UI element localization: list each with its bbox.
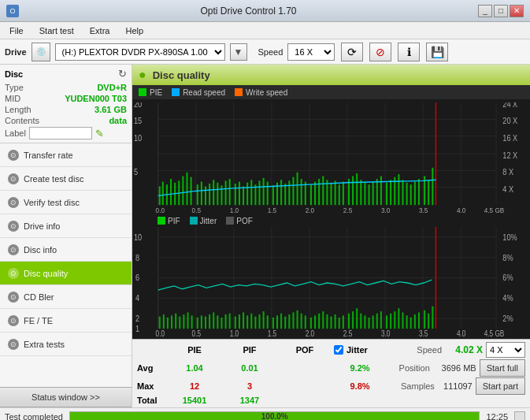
menu-start-test[interactable]: Start test	[33, 24, 80, 37]
disc-refresh-icon[interactable]: ↻	[118, 68, 127, 80]
chart-legend: PIE Read speed Write speed	[132, 85, 530, 99]
svg-rect-126	[183, 314, 184, 329]
status-window-button[interactable]: Status window >>	[0, 387, 132, 407]
svg-rect-20	[170, 179, 172, 205]
svg-rect-39	[250, 180, 252, 205]
sidebar-item-fe-te[interactable]: ⊙ FE / TE	[0, 309, 132, 333]
save-button[interactable]: 💾	[426, 43, 448, 61]
svg-rect-48	[288, 180, 290, 205]
svg-rect-179	[406, 315, 408, 329]
svg-rect-51	[301, 179, 302, 205]
legend-pof-color	[226, 217, 234, 225]
jitter-checkbox[interactable]	[334, 345, 343, 355]
stat-avg-pif: 0.01	[222, 363, 277, 373]
speed-right-label: Speed	[417, 345, 452, 355]
refresh-button[interactable]: ⟳	[341, 43, 363, 61]
speed-right-select[interactable]: 4 X	[486, 342, 525, 358]
menu-help[interactable]: Help	[119, 24, 150, 37]
disc-quality-title: Disc quality	[153, 69, 210, 81]
sidebar-item-verify-test-disc[interactable]: ⊙ Verify test disc	[0, 191, 132, 214]
disc-quality-header: ● Disc quality	[132, 65, 530, 85]
drive-eject-icon[interactable]: 💿	[32, 43, 50, 61]
svg-rect-182	[418, 312, 420, 329]
svg-text:0.0: 0.0	[156, 330, 165, 339]
svg-rect-136	[225, 314, 227, 329]
svg-rect-38	[246, 183, 248, 205]
svg-rect-26	[197, 184, 198, 205]
svg-text:4.5 GB: 4.5 GB	[484, 330, 504, 339]
nav-label-fe-te: FE / TE	[24, 316, 53, 325]
svg-text:0.0: 0.0	[156, 206, 165, 214]
svg-rect-69	[376, 179, 378, 205]
stats-header: PIE PIF POF Jitter Speed 4.02 X 4 X	[137, 342, 525, 358]
drive-select[interactable]: (H:) PLEXTOR DVDR PX-890SA 1.00	[55, 43, 225, 61]
svg-text:0.5: 0.5	[192, 206, 201, 214]
speed-select[interactable]: 16 X	[287, 43, 335, 61]
chart2-legend: PIF Jitter POF	[134, 214, 528, 227]
start-part-button[interactable]: Start part	[476, 377, 525, 395]
svg-text:12 X: 12 X	[502, 151, 517, 160]
svg-rect-75	[402, 180, 403, 205]
svg-rect-123	[171, 315, 172, 329]
close-button[interactable]: ✕	[510, 5, 524, 17]
minimize-button[interactable]: _	[478, 5, 492, 17]
stats-max-row: Max 12 3 9.8% Samples 111097 Start part	[137, 377, 525, 395]
start-full-button[interactable]: Start full	[480, 359, 525, 377]
svg-rect-47	[284, 184, 286, 205]
sidebar-item-cd-bler[interactable]: ⊙ CD Bler	[0, 285, 132, 309]
svg-rect-68	[372, 182, 374, 206]
chart-pif-container: 10% 8% 6% 4% 2% 10 8 6 4 2 1 0.0 0.5 1.0	[134, 227, 528, 339]
stat-header-jitter-label: Jitter	[347, 345, 368, 355]
svg-rect-65	[360, 180, 361, 205]
svg-rect-124	[175, 314, 176, 329]
stats-total-row: Total 15401 1347	[137, 396, 525, 405]
sidebar-item-extra-tests[interactable]: ⊙ Extra tests	[0, 333, 132, 356]
svg-rect-43	[267, 182, 269, 206]
stat-total-pif: 1347	[222, 396, 277, 405]
svg-text:2.0: 2.0	[306, 206, 314, 214]
menu-extra[interactable]: Extra	[83, 24, 117, 37]
legend-pie-label: PIE	[150, 88, 162, 97]
stats-samples-row: Samples 111097 Start part	[401, 377, 525, 395]
svg-rect-27	[201, 182, 202, 206]
sidebar-item-disc-quality[interactable]: ⊙ Disc quality	[0, 262, 132, 285]
svg-rect-184	[428, 314, 429, 329]
sidebar-item-create-test-disc[interactable]: ⊙ Create test disc	[0, 167, 132, 191]
erase-button[interactable]: ⊘	[369, 43, 391, 61]
sidebar-item-transfer-rate[interactable]: ⊙ Transfer rate	[0, 143, 132, 167]
legend-pie-color	[139, 88, 146, 96]
disc-info-icon-btn[interactable]: ℹ	[398, 43, 420, 61]
svg-rect-60	[339, 184, 340, 205]
nav-label-disc-info: Disc info	[24, 245, 57, 255]
disc-label-input[interactable]	[29, 127, 92, 139]
svg-rect-138	[235, 317, 236, 329]
sidebar-item-drive-info[interactable]: ⊙ Drive info	[0, 214, 132, 238]
svg-rect-181	[414, 314, 416, 329]
svg-rect-145	[263, 311, 265, 329]
svg-rect-172	[376, 314, 378, 329]
drive-bar: Drive 💿 (H:) PLEXTOR DVDR PX-890SA 1.00 …	[0, 39, 530, 65]
menu-file[interactable]: File	[3, 24, 30, 37]
svg-rect-143	[254, 317, 256, 329]
disc-quality-icon: ⊙	[8, 268, 19, 279]
maximize-button[interactable]: □	[494, 5, 508, 17]
svg-rect-160	[326, 314, 328, 329]
svg-rect-78	[414, 182, 416, 206]
svg-rect-157	[314, 315, 316, 329]
window-controls[interactable]: _ □ ✕	[478, 5, 524, 17]
stat-avg-jitter: 9.2%	[332, 363, 387, 373]
nav-items: ⊙ Transfer rate ⊙ Create test disc ⊙ Ver…	[0, 143, 132, 387]
disc-label-icon[interactable]: ✎	[95, 128, 104, 139]
drive-refresh-button[interactable]: ▼	[230, 43, 247, 61]
svg-rect-176	[394, 311, 395, 329]
svg-rect-130	[201, 315, 202, 329]
svg-text:15: 15	[134, 117, 143, 126]
content-area: ● Disc quality PIE Read speed Write spee…	[132, 65, 530, 407]
svg-text:3.0: 3.0	[381, 206, 390, 214]
sidebar-item-disc-info[interactable]: ⊙ Disc info	[0, 238, 132, 262]
legend-write-speed-label: Write speed	[246, 88, 287, 97]
stat-avg-pie: 1.04	[167, 363, 222, 373]
main-layout: Disc ↻ Type DVD+R MID YUDEN000 T03 Lengt…	[0, 65, 530, 407]
svg-text:4.5 GB: 4.5 GB	[484, 206, 505, 214]
svg-rect-67	[369, 184, 370, 205]
